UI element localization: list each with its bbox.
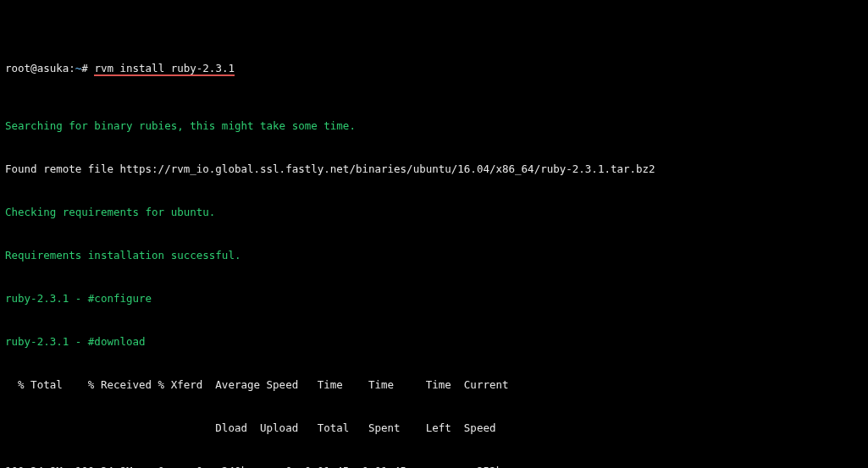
output-line: ruby-2.3.1 - #configure [5,291,863,306]
prompt-line-1: root@asuka:~# rvm install ruby-2.3.1 [5,47,863,75]
prompt-sep1: : [69,62,75,74]
prompt-user: root@asuka [5,62,69,74]
command-rvm-install: rvm install ruby-2.3.1 [94,62,235,76]
download-progress-row: 100 24.8M 100 24.8M 0 0 240k 0 0:01:45 0… [5,464,863,468]
output-line: Requirements installation successful. [5,248,863,262]
prompt-sep2: # [81,62,88,74]
terminal[interactable]: root@asuka:~# rvm install ruby-2.3.1 Sea… [0,0,868,468]
output-line: ruby-2.3.1 - #download [5,334,863,349]
output-line: Found remote file https://rvm_io.global.… [5,162,863,176]
download-header: % Total % Received % Xferd Average Speed… [5,377,863,392]
download-header2: Dload Upload Total Spent Left Speed [5,421,863,435]
output-line: Checking requirements for ubuntu. [5,205,863,219]
output-line: Searching for binary rubies, this might … [5,118,863,133]
